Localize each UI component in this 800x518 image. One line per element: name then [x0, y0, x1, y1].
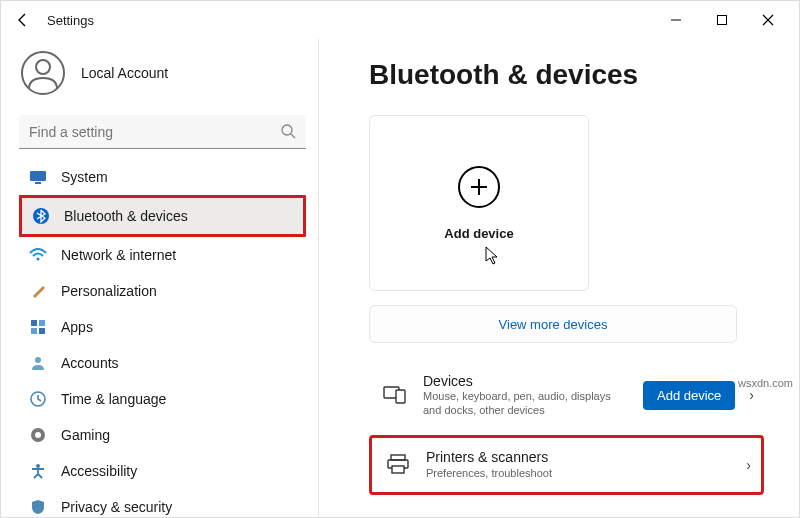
chevron-right-icon: ›: [746, 457, 751, 473]
accessibility-icon: [29, 462, 47, 480]
sidebar-item-label: System: [61, 169, 108, 185]
sidebar-item-label: Bluetooth & devices: [64, 208, 188, 224]
svg-rect-6: [30, 171, 46, 181]
chevron-right-icon: ›: [749, 387, 754, 403]
search-icon: [280, 123, 296, 142]
titlebar: Settings: [1, 1, 799, 39]
view-more-label: View more devices: [499, 317, 608, 332]
window-title: Settings: [47, 13, 94, 28]
sidebar-item-label: Accounts: [61, 355, 119, 371]
page-heading: Bluetooth & devices: [369, 59, 775, 91]
sidebar-item-gaming[interactable]: Gaming: [19, 417, 306, 453]
minimize-button[interactable]: [653, 4, 699, 36]
gaming-icon: [29, 426, 47, 444]
main-content: Bluetooth & devices Add device View more…: [319, 39, 799, 517]
wifi-icon: [29, 246, 47, 264]
devices-row[interactable]: Devices Mouse, keyboard, pen, audio, dis…: [369, 365, 764, 425]
svg-rect-11: [39, 320, 45, 326]
plus-icon: [458, 166, 500, 208]
person-icon: [29, 354, 47, 372]
close-button[interactable]: [745, 4, 791, 36]
sidebar-item-system[interactable]: System: [19, 159, 306, 195]
svg-rect-21: [391, 455, 405, 460]
sidebar-item-label: Network & internet: [61, 247, 176, 263]
svg-rect-23: [392, 466, 404, 473]
bluetooth-icon: [32, 207, 50, 225]
add-device-tile[interactable]: Add device: [369, 115, 589, 291]
maximize-button[interactable]: [699, 4, 745, 36]
account-name: Local Account: [81, 65, 168, 81]
svg-point-17: [35, 432, 41, 438]
back-button[interactable]: [9, 6, 37, 34]
add-device-label: Add device: [444, 226, 513, 241]
sidebar-item-label: Time & language: [61, 391, 166, 407]
svg-point-3: [36, 60, 50, 74]
apps-icon: [29, 318, 47, 336]
add-device-button[interactable]: Add device: [643, 381, 735, 410]
sidebar-item-label: Personalization: [61, 283, 157, 299]
watermark: wsxdn.com: [738, 377, 793, 389]
sidebar-item-label: Accessibility: [61, 463, 137, 479]
sidebar-item-label: Gaming: [61, 427, 110, 443]
system-icon: [29, 168, 47, 186]
highlight-bluetooth: Bluetooth & devices: [19, 195, 306, 237]
printers-scanners-row[interactable]: Printers & scanners Preferences, trouble…: [369, 435, 764, 495]
search-input[interactable]: [19, 115, 306, 149]
svg-rect-20: [396, 390, 405, 403]
sidebar-item-apps[interactable]: Apps: [19, 309, 306, 345]
svg-line-5: [291, 134, 295, 138]
cursor-icon: [485, 246, 501, 266]
devices-title: Devices: [423, 373, 629, 391]
sidebar-item-accounts[interactable]: Accounts: [19, 345, 306, 381]
printer-icon: [386, 454, 412, 477]
sidebar-item-personalization[interactable]: Personalization: [19, 273, 306, 309]
sidebar-item-accessibility[interactable]: Accessibility: [19, 453, 306, 489]
nav-list: System Bluetooth & devices Network & int…: [19, 159, 306, 517]
svg-rect-13: [39, 328, 45, 334]
avatar-icon: [21, 51, 65, 95]
svg-rect-12: [31, 328, 37, 334]
sidebar-item-label: Apps: [61, 319, 93, 335]
sidebar: Local Account System: [1, 39, 319, 517]
printers-subtitle: Preferences, troubleshoot: [426, 467, 732, 481]
svg-rect-10: [31, 320, 37, 326]
devices-icon: [383, 384, 409, 407]
shield-icon: [29, 498, 47, 516]
printers-title: Printers & scanners: [426, 449, 732, 467]
svg-rect-7: [35, 182, 41, 184]
sidebar-item-time-language[interactable]: Time & language: [19, 381, 306, 417]
sidebar-item-privacy-security[interactable]: Privacy & security: [19, 489, 306, 517]
svg-point-14: [35, 357, 41, 363]
account-header[interactable]: Local Account: [19, 39, 306, 115]
svg-point-9: [36, 257, 39, 260]
svg-point-18: [36, 464, 40, 468]
brush-icon: [29, 282, 47, 300]
view-more-devices-button[interactable]: View more devices: [369, 305, 737, 343]
search-box[interactable]: [19, 115, 306, 149]
devices-subtitle: Mouse, keyboard, pen, audio, displays an…: [423, 390, 629, 418]
sidebar-item-bluetooth-devices[interactable]: Bluetooth & devices: [22, 198, 303, 234]
sidebar-item-label: Privacy & security: [61, 499, 172, 515]
svg-rect-1: [718, 16, 727, 25]
sidebar-item-network[interactable]: Network & internet: [19, 237, 306, 273]
clock-icon: [29, 390, 47, 408]
svg-point-4: [282, 125, 292, 135]
